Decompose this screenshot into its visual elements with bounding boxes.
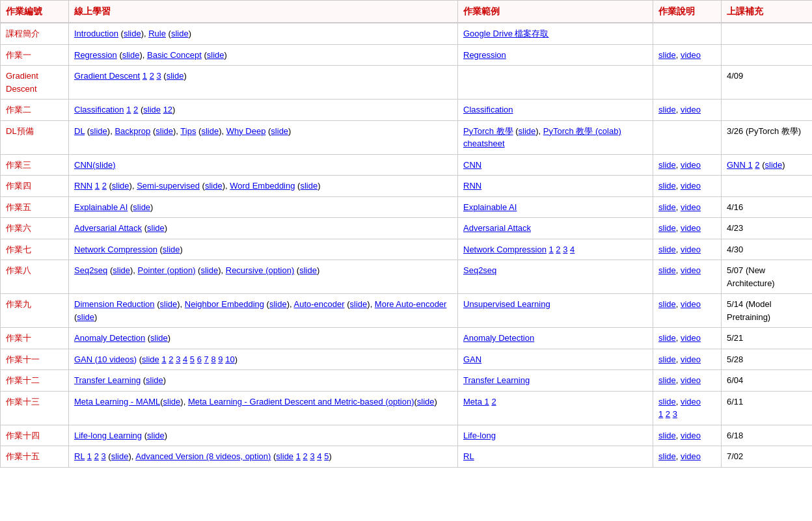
rule-slide-link: slide <box>171 29 189 38</box>
row-online-learning[interactable]: Meta Learning - MAML(slide), Meta Learni… <box>69 391 458 425</box>
row-supplement[interactable]: 4/23 <box>722 218 813 239</box>
row-supplement[interactable]: 3/26 (PyTorch 教學) <box>722 120 813 154</box>
row-example[interactable]: PyTorch 教學 (slide), PyTorch 教學 (colab) c… <box>458 120 653 154</box>
row-example[interactable]: Anomaly Detection <box>458 328 653 349</box>
row-description[interactable]: slide, video <box>653 154 722 176</box>
row-supplement[interactable]: 7/02 <box>722 446 813 468</box>
row-id: 作業十三 <box>1 391 69 425</box>
row-supplement[interactable] <box>722 176 813 197</box>
row-id: DL預備 <box>1 120 69 154</box>
row-example[interactable]: Seq2seq <box>458 260 653 294</box>
row-description[interactable]: slide, video <box>653 44 722 66</box>
table-row: 作業十四Life-long Learning (slide)Life-longs… <box>1 425 813 446</box>
row-online-learning[interactable]: Gradient Descent 1 2 3 (slide) <box>69 66 458 100</box>
row-id: 課程簡介 <box>1 23 69 44</box>
table-row: 作業九Dimension Reduction (slide), Neighbor… <box>1 294 813 328</box>
row-description[interactable] <box>653 23 722 44</box>
table-row: DL預備DL (slide), Backprop (slide), Tips (… <box>1 120 813 154</box>
row-online-learning[interactable]: Classification 1 2 (slide 12) <box>69 100 458 121</box>
row-supplement[interactable]: 5/28 <box>722 349 813 370</box>
row-example[interactable]: Meta 1 2 <box>458 391 653 425</box>
row-description[interactable]: slide, video <box>653 260 722 294</box>
row-description[interactable]: slide, video <box>653 328 722 349</box>
row-supplement[interactable]: 4/30 <box>722 239 813 260</box>
row-description[interactable]: slide, video <box>653 349 722 370</box>
row-online-learning[interactable]: Adversarial Attack (slide) <box>69 218 458 239</box>
row-description[interactable]: slide, video <box>653 294 722 328</box>
row-description[interactable]: slide, video <box>653 446 722 468</box>
row-online-learning[interactable]: Seq2seq (slide), Pointer (option) (slide… <box>69 260 458 294</box>
row-example[interactable]: Classification <box>458 100 653 121</box>
row-description[interactable] <box>653 120 722 154</box>
row-supplement[interactable] <box>722 100 813 121</box>
row-online-learning[interactable]: Life-long Learning (slide) <box>69 425 458 446</box>
row-id: 作業一 <box>1 44 69 66</box>
row-supplement[interactable]: 4/09 <box>722 66 813 100</box>
row-example[interactable]: CNN <box>458 154 653 176</box>
row-online-learning[interactable]: Anomaly Detection (slide) <box>69 328 458 349</box>
row-description[interactable]: slide, video <box>653 100 722 121</box>
row-description[interactable]: slide, video <box>653 370 722 392</box>
row-example[interactable]: GAN <box>458 349 653 370</box>
rule-link: Rule <box>148 29 166 38</box>
row-example[interactable]: Explainable AI <box>458 196 653 218</box>
row-id: 作業十二 <box>1 370 69 392</box>
row-description[interactable]: slide, video <box>653 176 722 197</box>
row-online-learning[interactable]: DL (slide), Backprop (slide), Tips (slid… <box>69 120 458 154</box>
table-row: Gradient DescentGradient Descent 1 2 3 (… <box>1 66 813 100</box>
row-supplement[interactable]: 6/11 <box>722 391 813 425</box>
row-description[interactable]: slide, video <box>653 196 722 218</box>
row-supplement[interactable]: 6/04 <box>722 370 813 392</box>
row-id: 作業七 <box>1 239 69 260</box>
header-col3: 作業範例 <box>458 1 653 23</box>
row-example[interactable]: RL <box>458 446 653 468</box>
row-example[interactable]: Unsupervised Learning <box>458 294 653 328</box>
row-id: Gradient Descent <box>1 66 69 100</box>
table-row: 作業五Explainable AI (slide)Explainable AIs… <box>1 196 813 218</box>
row-online-learning[interactable]: CNN(slide) <box>69 154 458 176</box>
row-id: 作業二 <box>1 100 69 121</box>
row-online-learning[interactable]: RNN 1 2 (slide), Semi-supervised (slide)… <box>69 176 458 197</box>
row-example[interactable]: Transfer Learning <box>458 370 653 392</box>
row-supplement[interactable]: 5/07 (New Architecture) <box>722 260 813 294</box>
row-example[interactable]: Life-long <box>458 425 653 446</box>
row-description[interactable]: slide, video <box>653 425 722 446</box>
row-id: 作業九 <box>1 294 69 328</box>
row-supplement[interactable]: 5/14 (Model Pretraining) <box>722 294 813 328</box>
row-example[interactable]: RNN <box>458 176 653 197</box>
row-description[interactable]: slide, video <box>653 239 722 260</box>
row-id: 作業十 <box>1 328 69 349</box>
row-supplement[interactable] <box>722 44 813 66</box>
table-row: 作業十五RL 1 2 3 (slide), Advanced Version (… <box>1 446 813 468</box>
row-description[interactable]: slide, video1 2 3 <box>653 391 722 425</box>
row-supplement[interactable] <box>722 23 813 44</box>
row-online-learning[interactable]: Regression (slide), Basic Concept (slide… <box>69 44 458 66</box>
row-supplement[interactable]: 4/16 <box>722 196 813 218</box>
row-description[interactable]: slide, video <box>653 218 722 239</box>
course-table: 作業編號 線上學習 作業範例 作業說明 上課補充 課程簡介Introductio… <box>0 0 812 468</box>
row-supplement[interactable]: 6/18 <box>722 425 813 446</box>
table-row: 作業四RNN 1 2 (slide), Semi-supervised (sli… <box>1 176 813 197</box>
row-example[interactable] <box>458 66 653 100</box>
row-online-learning[interactable]: Dimension Reduction (slide), Neighbor Em… <box>69 294 458 328</box>
row-id: 作業十一 <box>1 349 69 370</box>
row-example[interactable]: Google Drive 檔案存取 <box>458 23 653 44</box>
table-row: 作業十二Transfer Learning (slide)Transfer Le… <box>1 370 813 392</box>
row-online-learning[interactable]: GAN (10 videos) (slide 1 2 3 4 5 6 7 8 9… <box>69 349 458 370</box>
row-id: 作業十四 <box>1 425 69 446</box>
header-col1: 作業編號 <box>1 1 69 23</box>
row-supplement[interactable]: 5/21 <box>722 328 813 349</box>
row-example[interactable]: Regression <box>458 44 653 66</box>
row-example[interactable]: Adversarial Attack <box>458 218 653 239</box>
row-online-learning[interactable]: Introduction (slide), Rule (slide) <box>69 23 458 44</box>
row-online-learning[interactable]: Explainable AI (slide) <box>69 196 458 218</box>
row-example[interactable]: Network Compression 1 2 3 4 <box>458 239 653 260</box>
row-online-learning[interactable]: Transfer Learning (slide) <box>69 370 458 392</box>
table-row: 作業二Classification 1 2 (slide 12)Classifi… <box>1 100 813 121</box>
row-online-learning[interactable]: RL 1 2 3 (slide), Advanced Version (8 vi… <box>69 446 458 468</box>
table-row: 作業十三Meta Learning - MAML(slide), Meta Le… <box>1 391 813 425</box>
row-description[interactable] <box>653 66 722 100</box>
row-online-learning[interactable]: Network Compression (slide) <box>69 239 458 260</box>
header-col2: 線上學習 <box>69 1 458 23</box>
row-supplement[interactable]: GNN 1 2 (slide) <box>722 154 813 176</box>
